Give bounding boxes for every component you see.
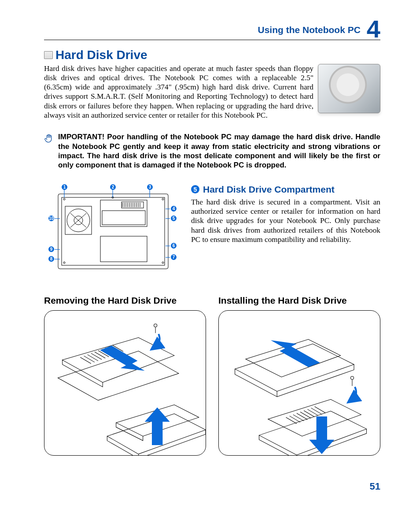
compartment-callout-number: 5 <box>191 185 199 193</box>
svg-line-39 <box>95 352 105 358</box>
svg-point-45 <box>154 324 157 327</box>
svg-point-23 <box>162 262 164 264</box>
page-title: Hard Disk Drive <box>55 48 147 62</box>
callout-8: 8 <box>48 256 54 262</box>
caution-hand-icon <box>44 133 54 145</box>
svg-line-49 <box>286 417 296 424</box>
compartment-text: The hard disk drive is secured in a comp… <box>191 197 380 244</box>
laptop-bottom-diagram: 1 2 3 4 5 6 7 8 9 10 <box>44 184 181 280</box>
hard-disk-photo <box>318 64 380 113</box>
callout-10: 10 <box>48 215 54 221</box>
callout-3: 3 <box>147 184 153 190</box>
callout-6: 6 <box>171 243 177 249</box>
callout-4: 4 <box>171 206 177 212</box>
svg-rect-1 <box>62 197 165 265</box>
svg-point-21 <box>162 198 164 200</box>
svg-line-56 <box>311 408 321 414</box>
callout-9: 9 <box>48 246 54 252</box>
svg-line-50 <box>290 416 300 422</box>
callout-2: 2 <box>110 184 116 190</box>
svg-line-37 <box>88 354 98 360</box>
svg-point-20 <box>63 198 65 200</box>
section-title: Using the Notebook PC <box>258 25 361 35</box>
callout-5: 5 <box>171 215 177 221</box>
svg-rect-18 <box>102 211 145 225</box>
svg-line-54 <box>304 411 314 417</box>
installing-heading: Installing the Hard Disk Drive <box>218 295 380 306</box>
installing-illustration <box>218 310 380 456</box>
svg-rect-19 <box>100 236 147 262</box>
removing-illustration <box>44 310 206 456</box>
svg-line-51 <box>293 415 304 421</box>
svg-point-22 <box>63 262 65 264</box>
important-note: IMPORTANT! Poor handling of the Notebook… <box>44 132 380 170</box>
svg-line-52 <box>297 413 307 420</box>
svg-line-53 <box>300 412 311 418</box>
svg-point-47 <box>350 376 354 379</box>
hard-disk-icon <box>44 51 53 59</box>
important-text: IMPORTANT! Poor handling of the Notebook… <box>58 132 380 170</box>
compartment-heading: Hard Disk Drive Compartment <box>203 184 335 195</box>
svg-line-57 <box>315 406 325 412</box>
callout-1: 1 <box>62 184 67 190</box>
callout-7: 7 <box>171 254 177 260</box>
page-number: 51 <box>370 481 380 492</box>
svg-line-38 <box>91 353 102 359</box>
svg-line-35 <box>80 357 91 364</box>
removing-heading: Removing the Hard Disk Drive <box>44 295 206 306</box>
svg-line-36 <box>84 356 94 362</box>
svg-line-55 <box>307 409 318 415</box>
chapter-number: 4 <box>367 19 380 40</box>
page-header: Using the Notebook PC 4 <box>44 17 380 40</box>
